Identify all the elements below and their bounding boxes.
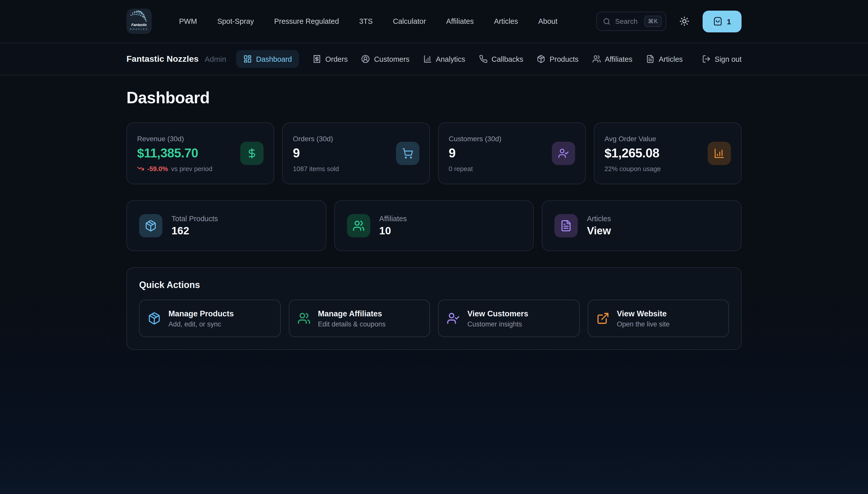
site-header: Fantastic NOZZLES PWM Spot-Spray Pressur… bbox=[0, 0, 868, 42]
stat-label: Revenue (30d) bbox=[137, 134, 213, 142]
link-card-total-products[interactable]: Total Products 162 bbox=[126, 201, 326, 251]
link-card-affiliates[interactable]: Affiliates 10 bbox=[334, 201, 534, 251]
trending-down-icon bbox=[137, 165, 144, 172]
sun-icon bbox=[679, 16, 689, 26]
users-icon bbox=[592, 55, 601, 63]
action-view-website[interactable]: View Website Open the live site bbox=[588, 300, 729, 337]
dashboard-main: Dashboard Revenue (30d) $11,385.70 -59.0… bbox=[126, 89, 742, 350]
file-text-icon bbox=[560, 220, 572, 232]
main-nav-item-spot-spray[interactable]: Spot-Spray bbox=[217, 17, 254, 25]
dollar-sign-icon bbox=[246, 148, 257, 159]
admin-nav-bar: Fantastic Nozzles Admin Dashboard Orders… bbox=[0, 42, 868, 75]
user-circle-icon bbox=[361, 55, 370, 63]
admin-nav-item-orders[interactable]: Orders bbox=[313, 55, 348, 63]
admin-nav-item-customers[interactable]: Customers bbox=[361, 55, 410, 63]
stat-sub: 1087 items sold bbox=[293, 165, 339, 172]
logo-line2: NOZZLES bbox=[130, 28, 148, 31]
user-check-icon bbox=[447, 312, 460, 325]
action-title: Manage Products bbox=[169, 309, 234, 318]
link-cards-row: Total Products 162 Affiliates 10 Article… bbox=[126, 201, 742, 251]
main-nav: PWM Spot-Spray Pressure Regulated 3TS Ca… bbox=[179, 17, 557, 25]
link-card-articles[interactable]: Articles View bbox=[542, 201, 742, 251]
action-title: View Website bbox=[617, 309, 670, 318]
action-title: View Customers bbox=[467, 309, 528, 318]
stat-sub: 0 repeat bbox=[449, 165, 501, 172]
package-icon bbox=[145, 220, 157, 232]
search-input[interactable]: Search ⌘K bbox=[596, 12, 666, 31]
page-title: Dashboard bbox=[126, 89, 742, 107]
admin-dashboard-page: Fantastic NOZZLES PWM Spot-Spray Pressur… bbox=[0, 0, 868, 494]
stat-card-avg-order-value: Avg Order Value $1,265.08 22% coupon usa… bbox=[594, 122, 742, 184]
package-icon bbox=[537, 55, 546, 63]
users-icon bbox=[352, 220, 364, 232]
theme-toggle-button[interactable] bbox=[679, 16, 689, 26]
link-card-label: Articles bbox=[587, 215, 611, 223]
link-card-value: View bbox=[587, 225, 611, 237]
stat-card-orders: Orders (30d) 9 1087 items sold bbox=[282, 122, 430, 184]
stat-label: Avg Order Value bbox=[605, 134, 661, 142]
external-link-icon bbox=[596, 312, 609, 325]
admin-nav-item-analytics[interactable]: Analytics bbox=[423, 55, 465, 63]
action-manage-affiliates[interactable]: Manage Affiliates Edit details & coupons bbox=[289, 300, 430, 337]
stat-sub: 22% coupon usage bbox=[605, 165, 661, 172]
action-subtitle: Add, edit, or sync bbox=[169, 320, 234, 328]
shopping-cart-icon bbox=[402, 148, 413, 159]
stat-card-customers: Customers (30d) 9 0 repeat bbox=[438, 122, 586, 184]
admin-nav-item-articles[interactable]: Articles bbox=[646, 55, 683, 63]
sign-out-button[interactable]: Sign out bbox=[702, 55, 742, 63]
layout-dashboard-icon bbox=[243, 55, 252, 63]
logo-line1: Fantastic bbox=[131, 23, 147, 27]
stat-value: 9 bbox=[449, 146, 501, 160]
main-nav-item-pressure-regulated[interactable]: Pressure Regulated bbox=[274, 17, 339, 25]
admin-nav-item-callbacks[interactable]: Callbacks bbox=[479, 55, 523, 63]
users-icon bbox=[297, 312, 310, 325]
stat-delta: -59.0% bbox=[147, 165, 168, 172]
action-subtitle: Customer insights bbox=[467, 320, 528, 328]
link-card-value: 10 bbox=[379, 225, 407, 237]
action-subtitle: Edit details & coupons bbox=[318, 320, 386, 328]
main-nav-item-articles[interactable]: Articles bbox=[494, 17, 518, 25]
admin-nav-item-dashboard[interactable]: Dashboard bbox=[236, 50, 299, 68]
search-shortcut-badge: ⌘K bbox=[645, 16, 662, 27]
stat-value: $11,385.70 bbox=[137, 146, 213, 160]
action-view-customers[interactable]: View Customers Customer insights bbox=[438, 300, 579, 337]
admin-brand: Fantastic Nozzles bbox=[126, 54, 199, 64]
stat-label: Orders (30d) bbox=[293, 134, 339, 142]
link-card-label: Affiliates bbox=[379, 215, 407, 223]
search-placeholder: Search bbox=[615, 17, 640, 25]
stat-delta-note: vs prev period bbox=[171, 165, 212, 172]
main-nav-item-pwm[interactable]: PWM bbox=[179, 17, 197, 25]
cart-button[interactable]: 1 bbox=[703, 11, 742, 32]
receipt-icon bbox=[313, 55, 321, 63]
stat-card-revenue: Revenue (30d) $11,385.70 -59.0% vs prev … bbox=[126, 122, 274, 184]
fantastic-nozzles-logo-icon: Fantastic NOZZLES bbox=[126, 8, 152, 34]
admin-nav: Dashboard Orders Customers Analytics Cal… bbox=[236, 50, 742, 68]
bar-chart-icon bbox=[714, 148, 725, 159]
stat-value: 9 bbox=[293, 146, 339, 160]
quick-actions-title: Quick Actions bbox=[139, 280, 729, 290]
quick-actions-panel: Quick Actions Manage Products Add, edit,… bbox=[126, 267, 742, 350]
link-card-label: Total Products bbox=[172, 215, 218, 223]
main-nav-item-about[interactable]: About bbox=[538, 17, 557, 25]
package-icon bbox=[148, 312, 161, 325]
brand-logo[interactable]: Fantastic NOZZLES bbox=[126, 8, 152, 34]
admin-nav-item-products[interactable]: Products bbox=[537, 55, 578, 63]
main-nav-item-calculator[interactable]: Calculator bbox=[393, 17, 426, 25]
phone-icon bbox=[479, 55, 487, 63]
shopping-bag-icon bbox=[713, 17, 722, 26]
search-icon bbox=[603, 17, 611, 25]
stats-row: Revenue (30d) $11,385.70 -59.0% vs prev … bbox=[126, 122, 742, 184]
admin-role-label: Admin bbox=[204, 55, 226, 63]
main-nav-item-3ts[interactable]: 3TS bbox=[359, 17, 373, 25]
link-card-value: 162 bbox=[172, 225, 218, 237]
action-subtitle: Open the live site bbox=[617, 320, 670, 328]
file-text-icon bbox=[646, 55, 654, 63]
log-out-icon bbox=[702, 55, 711, 63]
bar-chart-icon bbox=[423, 55, 432, 63]
main-nav-item-affiliates[interactable]: Affiliates bbox=[446, 17, 474, 25]
admin-nav-item-affiliates[interactable]: Affiliates bbox=[592, 55, 632, 63]
cart-count: 1 bbox=[727, 17, 731, 25]
action-title: Manage Affiliates bbox=[318, 309, 386, 318]
user-check-icon bbox=[558, 148, 569, 159]
action-manage-products[interactable]: Manage Products Add, edit, or sync bbox=[139, 300, 280, 337]
